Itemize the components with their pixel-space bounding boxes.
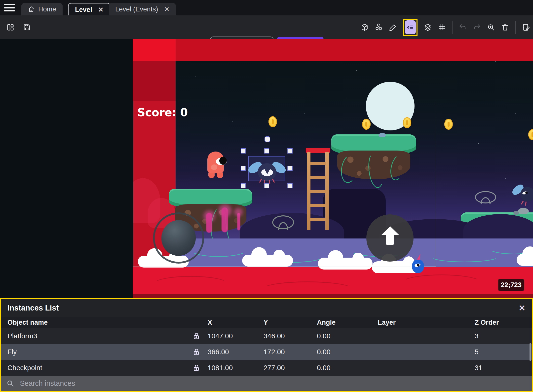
- unlock-icon[interactable]: [185, 348, 208, 356]
- col-x: X: [208, 319, 264, 326]
- selection-handle[interactable]: [241, 183, 246, 188]
- coin[interactable]: [362, 119, 371, 130]
- jump-arrow-icon: [381, 226, 399, 235]
- scene-editor-canvas[interactable]: Score: 0: [0, 39, 533, 298]
- tab-home-label: Home: [38, 5, 56, 13]
- save-icon[interactable]: [23, 23, 31, 31]
- player-pupil: [219, 157, 227, 165]
- layers-icon[interactable]: [424, 23, 432, 31]
- instances-panel-title: Instances List: [7, 304, 59, 313]
- trash-icon[interactable]: [501, 23, 509, 31]
- tab-level-close-icon[interactable]: ✕: [98, 6, 104, 14]
- tab-level[interactable]: Level ✕: [68, 3, 111, 16]
- zoom-in-icon[interactable]: [487, 23, 495, 31]
- player-belly: [211, 164, 217, 170]
- selection-handle[interactable]: [264, 148, 269, 154]
- eye-creature[interactable]: [272, 215, 294, 229]
- search-instances-input[interactable]: [19, 379, 318, 388]
- player-leg: [208, 173, 215, 178]
- toolbar: Preview Publish: [0, 15, 533, 39]
- redo-icon[interactable]: [473, 23, 481, 31]
- search-icon: [6, 380, 14, 388]
- score-text: Score: 0: [137, 106, 188, 119]
- red-ground: [133, 267, 533, 298]
- panels-icon[interactable]: [6, 23, 14, 31]
- close-panel-icon[interactable]: ✕: [519, 304, 526, 312]
- toolbar-divider: [452, 21, 453, 34]
- row-x: 1081.00: [208, 364, 264, 372]
- undo-icon[interactable]: [459, 23, 467, 31]
- row-object-name: Platform3: [7, 332, 185, 340]
- selection-handle[interactable]: [287, 148, 293, 154]
- instances-table-header: Object name X Y Angle Layer Z Order: [1, 317, 532, 328]
- notes-icon[interactable]: [522, 23, 530, 31]
- col-layer: Layer: [378, 319, 475, 326]
- tab-bar: Home Level ✕ Level (Events) ✕: [0, 0, 533, 15]
- row-y: 277.00: [264, 364, 317, 372]
- coin[interactable]: [403, 117, 411, 128]
- coin[interactable]: [268, 116, 277, 127]
- scene-red-background-top: [133, 39, 533, 61]
- table-row-selected[interactable]: Fly 366.00 172.00 0.00 5: [1, 344, 532, 360]
- row-z-order: 31: [475, 364, 526, 372]
- row-object-name: Checkpoint: [7, 364, 185, 372]
- row-angle: 0.00: [317, 364, 378, 372]
- edit-icon[interactable]: [389, 23, 397, 31]
- coin[interactable]: [528, 129, 533, 140]
- instances-list-panel: Instances List ✕ Object name X Y Angle L…: [0, 298, 533, 392]
- row-z-order: 3: [475, 332, 526, 340]
- red-ground-dark-strip: [133, 294, 533, 298]
- search-bar: [1, 376, 532, 391]
- selection-rotate-handle[interactable]: [265, 136, 270, 142]
- instances-list-icon[interactable]: [403, 19, 418, 36]
- cursor-coordinates-badge: 22;723: [498, 279, 524, 291]
- row-x: 1047.00: [208, 332, 264, 340]
- cloud: [517, 254, 533, 266]
- table-row[interactable]: Platform3 1047.00 346.00 0.00 3: [1, 328, 532, 344]
- selection-handle[interactable]: [264, 183, 269, 188]
- selection-handle[interactable]: [287, 183, 293, 188]
- tab-level-label: Level: [75, 6, 92, 14]
- eye-creature[interactable]: [475, 191, 496, 203]
- objects-group-icon[interactable]: [375, 23, 383, 31]
- col-object-name: Object name: [7, 319, 185, 326]
- row-angle: 0.00: [317, 332, 378, 340]
- menu-icon[interactable]: [4, 4, 15, 11]
- unlock-icon[interactable]: [185, 364, 208, 372]
- grid-icon[interactable]: [438, 23, 446, 31]
- col-y: Y: [264, 319, 317, 326]
- jump-arrow-icon: [386, 235, 394, 245]
- tab-home[interactable]: Home: [21, 3, 63, 15]
- row-x: 366.00: [208, 348, 264, 356]
- row-y: 172.00: [264, 348, 317, 356]
- tab-level-events[interactable]: Level (Events) ✕: [109, 3, 176, 15]
- selection-handle[interactable]: [241, 148, 246, 154]
- col-angle: Angle: [317, 319, 378, 326]
- row-angle: 0.00: [317, 348, 378, 356]
- row-y: 346.00: [264, 332, 317, 340]
- coin[interactable]: [444, 119, 453, 130]
- row-z-order: 5: [475, 348, 526, 356]
- table-row[interactable]: Checkpoint 1081.00 277.00 0.00 31: [1, 360, 532, 376]
- selection-handle[interactable]: [287, 166, 293, 171]
- game-scene[interactable]: Score: 0: [133, 39, 533, 298]
- row-object-name: Fly: [7, 348, 185, 356]
- toolbar-divider: [515, 21, 516, 34]
- unlock-icon[interactable]: [185, 332, 208, 340]
- col-z-order: Z Order: [475, 319, 526, 326]
- tab-level-events-close-icon[interactable]: ✕: [164, 5, 170, 13]
- table-scrollbar[interactable]: [530, 343, 531, 361]
- ladder[interactable]: [307, 148, 329, 230]
- scene-red-background-corner: [133, 39, 176, 61]
- home-icon: [28, 6, 35, 13]
- selection-handle[interactable]: [241, 166, 246, 171]
- player-leg: [217, 173, 223, 178]
- cube-icon[interactable]: [361, 23, 369, 31]
- tab-level-events-label: Level (Events): [115, 5, 158, 13]
